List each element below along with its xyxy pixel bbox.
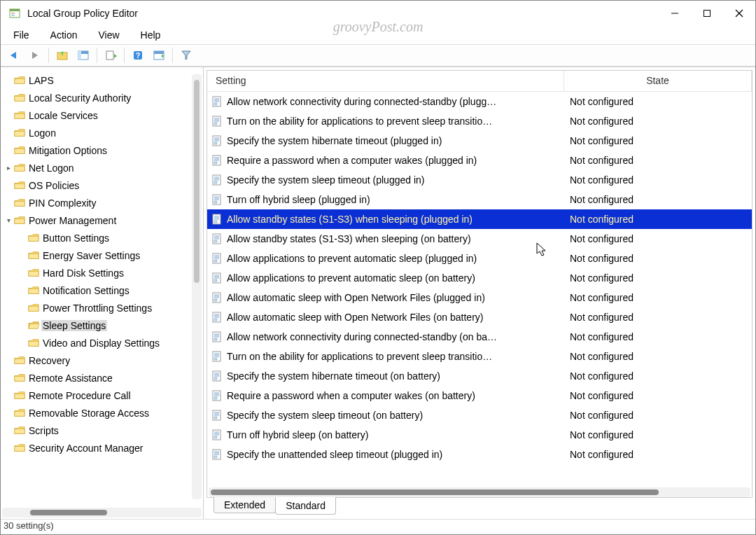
tree-item[interactable]: Locale Services [1,106,203,124]
maximize-button[interactable] [691,1,723,26]
options-button[interactable] [150,46,168,64]
tree-item[interactable]: Security Account Manager [1,439,203,457]
tree-item[interactable]: Video and Display Settings [1,334,203,352]
list-row[interactable]: Allow standby states (S1-S3) when sleepi… [207,209,752,229]
policy-icon [207,410,227,421]
help-button[interactable]: ? [129,46,147,64]
menu-action[interactable]: Action [41,27,88,43]
list-row[interactable]: Allow standby states (S1-S3) when sleepi… [207,229,752,249]
column-header-state[interactable]: State [564,71,752,91]
setting-name: Allow automatic sleep with Open Network … [227,312,561,323]
list-row[interactable]: Allow applications to prevent automatic … [207,249,752,268]
list-row[interactable]: Turn off hybrid sleep (on battery)Not co… [207,425,752,445]
svg-rect-36 [214,162,217,164]
policy-icon [207,253,227,264]
tree-item[interactable]: Button Settings [1,229,203,246]
tree-item[interactable]: LAPS [1,71,203,89]
tree-item[interactable]: Hard Disk Settings [1,264,203,282]
policy-icon [207,96,227,107]
setting-state: Not configured [561,449,752,460]
tree-item[interactable]: ▸Net Logon [1,159,203,176]
setting-state: Not configured [561,174,752,186]
show-hide-tree-button[interactable] [74,46,92,64]
tab-extended[interactable]: Extended [214,497,276,513]
list-row[interactable]: Allow network connectivity during connec… [207,92,752,111]
tree-item-label: Remote Procedure Call [27,390,132,401]
tree-item[interactable]: Remote Assistance [1,369,203,387]
tree-vertical-scrollbar[interactable] [192,74,202,499]
up-folder-button[interactable] [53,46,71,64]
tree-item[interactable]: ▾Power Management [1,211,203,229]
scrollbar-thumb[interactable] [194,80,200,283]
folder-icon [13,355,26,366]
list-row[interactable]: Require a password when a computer wakes… [207,151,752,170]
list-row[interactable]: Specify the system hibernate timeout (pl… [207,131,752,151]
list-row[interactable]: Specify the system hibernate timeout (on… [207,366,752,386]
list-row[interactable]: Turn off hybrid sleep (plugged in)Not co… [207,190,752,209]
tree-item[interactable]: Mitigation Options [1,141,203,159]
tree-item[interactable]: PIN Complexity [1,194,203,211]
list-row[interactable]: Allow applications to prevent automatic … [207,268,752,288]
tree-item[interactable]: OS Policies [1,176,203,194]
list-row[interactable]: Specify the unattended sleep timeout (pl… [207,445,752,464]
menu-view[interactable]: View [88,27,129,43]
tree-item[interactable]: Scripts [1,422,203,439]
minimize-button[interactable] [659,1,691,26]
setting-state: Not configured [561,312,752,323]
close-button[interactable] [723,1,755,26]
filter-button[interactable] [177,46,195,64]
list-row[interactable]: Allow network connectivity during connec… [207,327,752,347]
tree-horizontal-scrollbar[interactable] [2,508,202,517]
tree-item[interactable]: Sleep Settings [1,317,203,334]
setting-state: Not configured [561,233,752,244]
forward-button[interactable] [26,46,44,64]
tree-item[interactable]: Local Security Authority [1,89,203,106]
list-horizontal-scrollbar[interactable] [209,487,750,497]
menu-file[interactable]: File [4,27,39,43]
tree-item[interactable]: Power Throttling Settings [1,299,203,317]
tree-item-label: Hard Disk Settings [41,268,125,279]
scrollbar-thumb[interactable] [30,510,107,515]
folder-open-icon [27,320,40,331]
folder-icon [27,285,40,296]
folder-icon [13,425,26,436]
back-button[interactable] [5,46,23,64]
svg-rect-86 [214,358,217,360]
policy-icon [207,135,227,146]
policy-icon [207,155,227,166]
svg-rect-51 [214,221,217,223]
tree-item[interactable]: Energy Saver Settings [1,246,203,264]
list-row[interactable]: Allow automatic sleep with Open Network … [207,307,752,327]
list-row[interactable]: Turn on the ability for applications to … [207,347,752,366]
tree-item[interactable]: Logon [1,124,203,141]
tree-item[interactable]: Remote Procedure Call [1,387,203,404]
expand-icon[interactable]: ▸ [4,164,13,172]
list-row[interactable]: Turn on the ability for applications to … [207,111,752,131]
tree-item[interactable]: Removable Storage Access [1,404,203,422]
list-row[interactable]: Specify the system sleep timeout (on bat… [207,405,752,425]
menu-help[interactable]: Help [131,27,171,43]
tab-standard[interactable]: Standard [275,497,336,515]
list-row[interactable]: Require a password when a computer wakes… [207,386,752,405]
setting-state: Not configured [561,135,752,146]
list-row[interactable]: Allow automatic sleep with Open Network … [207,288,752,307]
scrollbar-thumb[interactable] [211,489,659,495]
setting-name: Require a password when a computer wakes… [227,155,561,166]
export-list-button[interactable] [102,46,120,64]
tree-item-label: Local Security Authority [27,92,132,104]
policy-icon [207,390,227,401]
collapse-icon[interactable]: ▾ [4,216,13,224]
tree-item-label: Remote Assistance [27,373,114,384]
svg-rect-2 [11,13,15,14]
setting-name: Specify the system sleep timeout (on bat… [227,410,561,421]
folder-icon [13,390,26,401]
column-header-setting[interactable]: Setting [207,71,564,91]
tree-item[interactable]: Notification Settings [1,282,203,299]
list-row[interactable]: Specify the system sleep timeout (plugge… [207,170,752,190]
svg-rect-111 [214,456,217,458]
tree-item-label: Notification Settings [41,285,131,296]
policy-icon [207,370,227,382]
policy-icon [207,233,227,244]
tree-item-label: Removable Storage Access [27,408,150,419]
tree-item[interactable]: Recovery [1,352,203,369]
